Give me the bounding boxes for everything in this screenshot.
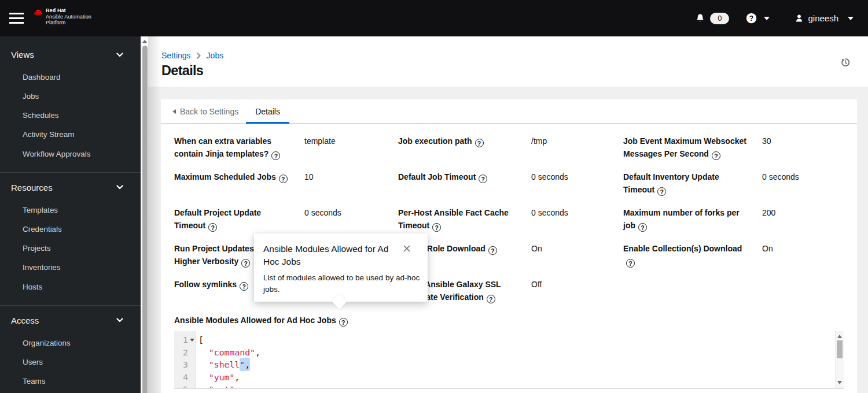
code-string-token: "yum" (198, 372, 234, 382)
sidebar-item-inventories[interactable]: Inventories (0, 258, 141, 277)
hamburger-icon (9, 13, 24, 14)
chevron-down-icon (116, 53, 123, 57)
sidebar-item-teams[interactable]: Teams (0, 372, 141, 391)
field-label-text: Maximum Scheduled Jobs (174, 172, 276, 181)
close-icon (403, 245, 410, 252)
red-hat-icon (33, 8, 43, 16)
help-icon[interactable]: ? (241, 259, 250, 268)
sidebar-item-users[interactable]: Users (0, 353, 141, 372)
nav-group-title: Views (11, 50, 34, 60)
field-value: 0 seconds (531, 206, 623, 242)
line-number: 4 (174, 371, 188, 384)
help-icon[interactable]: ? (638, 223, 647, 232)
nav-group-toggle-access[interactable]: Access (0, 316, 141, 325)
fold-caret-icon[interactable] (190, 339, 194, 342)
help-icon[interactable]: ? (432, 223, 441, 232)
sidebar-nav: Views Dashboard Jobs Schedules Activity … (0, 36, 141, 393)
field-label: Job Event Maximum Websocket Messages Per… (623, 135, 762, 170)
nav-group-title: Access (11, 316, 39, 325)
editor-scrollbar[interactable] (835, 331, 844, 388)
field-value: /tmp (531, 135, 623, 170)
code-punct-token: , (234, 372, 240, 382)
masthead-right: 0 ? gineesh (696, 13, 854, 24)
help-icon[interactable]: ? (279, 175, 288, 183)
scrollbar-thumb[interactable] (837, 340, 843, 358)
field-label-text: Follow symlinks (174, 280, 237, 289)
nav-group-toggle-views[interactable]: Views (0, 50, 141, 60)
field-value (762, 278, 844, 314)
field-value: Off (531, 278, 623, 314)
help-icon[interactable]: ? (339, 318, 348, 327)
tab-back-to-settings[interactable]: Back to Settings (172, 99, 246, 123)
field-value: 0 seconds (762, 170, 844, 206)
help-icon[interactable]: ? (479, 175, 487, 183)
help-icon[interactable]: ? (208, 223, 217, 232)
code-line: 5 "apt", (174, 383, 844, 388)
page-title: Details (161, 63, 868, 79)
sidebar-shadow (148, 36, 161, 393)
sidebar-item-activity-stream[interactable]: Activity Stream (0, 125, 141, 144)
tab-details[interactable]: Details (246, 99, 289, 123)
brand-line3: Platform (46, 20, 91, 26)
user-menu-button[interactable]: gineesh (795, 13, 854, 23)
field-value: On (762, 242, 844, 278)
nav-toggle-button[interactable] (0, 0, 33, 36)
brand-line2: Ansible Automation (46, 14, 91, 20)
breadcrumb-settings-link[interactable]: Settings (161, 51, 191, 60)
help-icon[interactable]: ? (487, 295, 495, 303)
sidebar-item-schedules[interactable]: Schedules (0, 106, 141, 125)
code-editor[interactable]: 1 [ 2 "command", 3 "shell", (174, 331, 844, 388)
sidebar-item-templates[interactable]: Templates (0, 201, 141, 220)
sidebar-item-workflow-approvals[interactable]: Workflow Approvals (0, 144, 141, 164)
breadcrumb-jobs-link[interactable]: Jobs (207, 51, 224, 60)
popover-close-button[interactable] (402, 244, 411, 255)
help-icon[interactable]: ? (712, 151, 720, 160)
help-icon[interactable]: ? (240, 282, 248, 291)
nav-group-resources: Resources Templates Credentials Projects… (0, 172, 141, 305)
field-label: When can extra variables contain Jinja t… (174, 135, 304, 170)
notifications-button[interactable]: 0 (696, 13, 729, 24)
field-value: 30 (762, 135, 844, 170)
scrollbar-thumb[interactable] (142, 46, 148, 393)
masthead-left: Red Hat Ansible Automation Platform (0, 0, 91, 36)
help-icon[interactable]: ? (657, 187, 666, 196)
angle-left-icon (172, 109, 176, 114)
sidebar-item-hosts[interactable]: Hosts (0, 277, 141, 296)
fold-gutter-cell (188, 383, 196, 388)
field-label: Job execution path? (398, 135, 531, 170)
nav-group-access: Access Organizations Users Teams (0, 305, 141, 393)
page-body: Views Dashboard Jobs Schedules Activity … (0, 36, 868, 393)
line-number: 3 (174, 358, 188, 371)
popover-title: Ansible Modules Allowed for Ad Hoc Jobs (263, 243, 402, 268)
code-area: 1 [ 2 "command", 3 "shell", (174, 331, 844, 388)
help-icon[interactable]: ? (475, 139, 484, 147)
brand-logo[interactable]: Red Hat Ansible Automation Platform (33, 8, 91, 26)
sidebar-item-jobs[interactable]: Jobs (0, 87, 141, 106)
help-menu-button[interactable]: ? (746, 13, 770, 24)
question-circle-icon: ? (746, 13, 757, 24)
scrollbar-up-arrow-icon[interactable] (142, 40, 147, 43)
user-icon (795, 13, 804, 23)
scrollbar-down-arrow-icon[interactable] (837, 381, 842, 384)
help-icon[interactable]: ? (626, 259, 635, 268)
masthead: Red Hat Ansible Automation Platform 0 ? (0, 0, 868, 36)
line-number: 2 (174, 346, 188, 359)
sidebar-scrollbar[interactable] (141, 36, 148, 393)
history-icon (841, 58, 850, 67)
sidebar-item-organizations[interactable]: Organizations (0, 333, 141, 353)
main-content: Settings Jobs Details Back to Setting (148, 36, 868, 393)
sidebar-item-credentials[interactable]: Credentials (0, 220, 141, 239)
history-button[interactable] (841, 58, 850, 69)
scrollbar-up-arrow-icon[interactable] (837, 335, 842, 338)
brand-text: Red Hat Ansible Automation Platform (46, 8, 91, 26)
nav-group-toggle-resources[interactable]: Resources (0, 183, 141, 192)
field-label-text: Per-Host Ansible Fact Cache Timeout (398, 208, 509, 230)
sidebar-item-projects[interactable]: Projects (0, 239, 141, 258)
help-icon[interactable]: ? (488, 246, 497, 255)
code-string-token: " (240, 359, 245, 369)
help-icon[interactable]: ? (271, 151, 280, 160)
code-line: 1 [ (174, 333, 844, 346)
sidebar-item-dashboard[interactable]: Dashboard (0, 68, 141, 87)
field-label-text: Enable Collection(s) Download (623, 244, 742, 253)
code-line: 2 "command", (174, 346, 844, 359)
